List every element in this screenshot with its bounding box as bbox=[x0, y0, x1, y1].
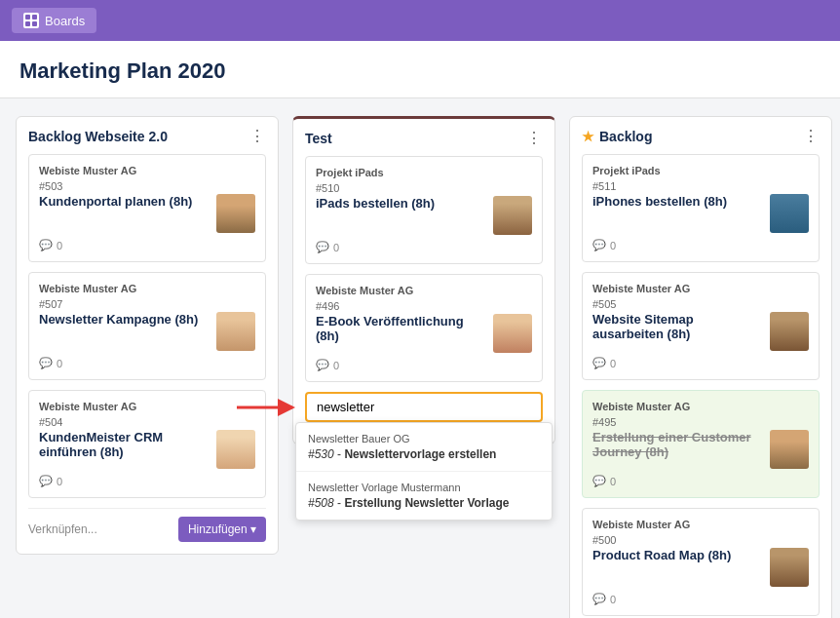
comment-icon: 💬 bbox=[39, 357, 53, 369]
dropdown-company: Newsletter Bauer OG bbox=[308, 433, 540, 444]
card-avatar bbox=[770, 194, 809, 233]
card-company: Webiste Muster AG bbox=[39, 283, 255, 294]
boards-button[interactable]: Boards bbox=[12, 8, 96, 33]
card-id: #510 bbox=[316, 182, 532, 194]
dropdown-task: #508 - Erstellung Newsletter Vorlage bbox=[308, 496, 540, 510]
card[interactable]: Webiste Muster AG#504KundenMeister CRM e… bbox=[28, 390, 266, 498]
dropdown-item[interactable]: Newsletter Bauer OG#530 - Newslettervorl… bbox=[296, 423, 552, 472]
card-footer: 💬0 bbox=[592, 475, 809, 487]
column-col3: ★Backlog⋮Projekt iPads#511iPhones bestel… bbox=[569, 116, 832, 618]
column-title: ★Backlog bbox=[582, 129, 652, 144]
card[interactable]: Webiste Muster AG#507Newsletter Kampagne… bbox=[28, 272, 266, 380]
comment-icon: 💬 bbox=[316, 241, 329, 253]
card[interactable]: Webiste Muster AG#503Kundenportal planen… bbox=[28, 154, 266, 262]
dropdown-item[interactable]: Newsletter Vorlage Mustermann#508 - Erst… bbox=[296, 472, 552, 520]
column-header: Backlog Webseite 2.0⋮ bbox=[28, 129, 266, 144]
card-content: Product Road Map (8h) bbox=[592, 548, 809, 587]
task-num: #508 bbox=[308, 496, 334, 510]
card-content: Erstellung einer Customer Journey (8h) bbox=[592, 430, 809, 469]
card-avatar bbox=[493, 196, 532, 235]
card-company: Projekt iPads bbox=[316, 167, 532, 178]
card-id: #500 bbox=[592, 534, 809, 546]
card-footer: 💬0 bbox=[592, 593, 809, 605]
card-avatar bbox=[770, 548, 809, 587]
dropdown-task: #530 - Newslettervorlage erstellen bbox=[308, 447, 540, 461]
card-title: Newsletter Kampagne (8h) bbox=[39, 312, 209, 327]
comment-count: 0 bbox=[333, 242, 339, 253]
card-avatar bbox=[770, 430, 809, 469]
card[interactable]: Webiste Muster AG#505Website Sitemap aus… bbox=[582, 272, 820, 380]
card-title: KundenMeister CRM einführen (8h) bbox=[39, 430, 209, 459]
card-company: Webiste Muster AG bbox=[592, 401, 809, 412]
card-company: Webiste Muster AG bbox=[39, 165, 255, 176]
card[interactable]: Webiste Muster AG#500Product Road Map (8… bbox=[582, 508, 820, 616]
card-footer: 💬0 bbox=[592, 357, 809, 369]
comment-count: 0 bbox=[610, 240, 616, 251]
comment-count: 0 bbox=[57, 358, 62, 369]
card-footer: 💬0 bbox=[39, 239, 255, 251]
column-menu-button[interactable]: ⋮ bbox=[526, 131, 543, 146]
comment-icon: 💬 bbox=[39, 239, 53, 251]
card-content: iPhones bestellen (8h) bbox=[592, 194, 809, 233]
comment-count: 0 bbox=[57, 476, 62, 487]
card-title: Erstellung einer Customer Journey (8h) bbox=[592, 430, 762, 459]
card-company: Webiste Muster AG bbox=[316, 285, 532, 296]
column-title: Backlog Webseite 2.0 bbox=[28, 129, 168, 144]
comment-count: 0 bbox=[610, 476, 616, 487]
card-footer: 💬0 bbox=[39, 357, 255, 369]
search-dropdown: Newsletter Bauer OG#530 - Newslettervorl… bbox=[295, 422, 553, 521]
card[interactable]: Projekt iPads#510iPads bestellen (8h)💬0 bbox=[305, 156, 543, 264]
card-content: iPads bestellen (8h) bbox=[316, 196, 532, 235]
card-title: E-Book Veröffentlichung (8h) bbox=[316, 314, 485, 343]
column-menu-button[interactable]: ⋮ bbox=[803, 129, 820, 144]
board-container: Backlog Webseite 2.0⋮Webiste Muster AG#5… bbox=[0, 98, 840, 618]
add-button[interactable]: Hinzufügen ▾ bbox=[178, 517, 266, 542]
card-content: Website Sitemap ausarbeiten (8h) bbox=[592, 312, 809, 351]
link-text[interactable]: Verknüpfen... bbox=[28, 522, 97, 536]
card-company: Projekt iPads bbox=[592, 165, 809, 176]
star-icon: ★ bbox=[582, 129, 594, 144]
comment-count: 0 bbox=[610, 358, 616, 369]
card[interactable]: Webiste Muster AG#495Erstellung einer Cu… bbox=[582, 390, 820, 498]
comment-icon: 💬 bbox=[592, 239, 606, 251]
task-title: Erstellung Newsletter Vorlage bbox=[344, 496, 509, 510]
column-title: Test bbox=[305, 131, 332, 146]
card-content: E-Book Veröffentlichung (8h) bbox=[316, 314, 532, 353]
boards-label: Boards bbox=[45, 14, 85, 28]
card-avatar bbox=[216, 430, 255, 469]
card-title: Product Road Map (8h) bbox=[592, 548, 762, 562]
card-footer: 💬0 bbox=[316, 241, 532, 253]
card-company: Webiste Muster AG bbox=[592, 519, 809, 530]
card-avatar bbox=[216, 312, 255, 351]
task-title: Newslettervorlage erstellen bbox=[344, 447, 496, 461]
dropdown-company: Newsletter Vorlage Mustermann bbox=[308, 482, 540, 493]
search-input[interactable] bbox=[305, 392, 543, 422]
card-id: #507 bbox=[39, 298, 255, 310]
comment-icon: 💬 bbox=[592, 475, 606, 487]
card-avatar bbox=[493, 314, 532, 353]
card-title: iPads bestellen (8h) bbox=[316, 196, 485, 211]
card-title: Website Sitemap ausarbeiten (8h) bbox=[592, 312, 762, 341]
card-content: KundenMeister CRM einführen (8h) bbox=[39, 430, 255, 469]
card-id: #495 bbox=[592, 416, 809, 428]
card[interactable]: Projekt iPads#511iPhones bestellen (8h)💬… bbox=[582, 154, 820, 262]
page-title: Marketing Plan 2020 bbox=[19, 58, 821, 84]
column-menu-button[interactable]: ⋮ bbox=[249, 129, 266, 144]
top-nav: Boards bbox=[0, 0, 840, 41]
card-footer: 💬0 bbox=[39, 475, 255, 487]
card-id: #511 bbox=[592, 180, 809, 192]
task-num: #530 bbox=[308, 447, 334, 461]
card[interactable]: Webiste Muster AG#496E-Book Veröffentlic… bbox=[305, 274, 543, 382]
card-company: Webiste Muster AG bbox=[592, 283, 809, 294]
card-footer: 💬0 bbox=[592, 239, 809, 251]
card-id: #504 bbox=[39, 416, 255, 428]
page-title-area: Marketing Plan 2020 bbox=[0, 41, 840, 98]
comment-icon: 💬 bbox=[316, 359, 329, 371]
column-header: ★Backlog⋮ bbox=[582, 129, 820, 144]
card-id: #505 bbox=[592, 298, 809, 310]
search-wrapper: Newsletter Bauer OG#530 - Newslettervorl… bbox=[305, 392, 543, 422]
boards-icon bbox=[23, 13, 39, 28]
card-title: Kundenportal planen (8h) bbox=[39, 194, 209, 209]
card-content: Kundenportal planen (8h) bbox=[39, 194, 255, 233]
comment-icon: 💬 bbox=[592, 593, 606, 605]
